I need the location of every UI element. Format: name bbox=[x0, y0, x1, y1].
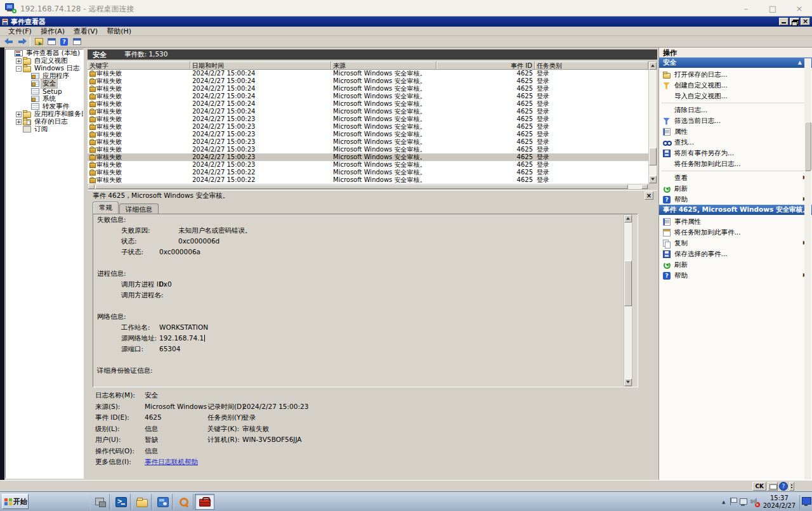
help-button[interactable]: ? bbox=[58, 37, 70, 47]
tree-item[interactable]: 安全 bbox=[6, 80, 83, 87]
column-header[interactable]: 关键字 bbox=[88, 61, 190, 69]
ime-mode-button[interactable]: CK bbox=[752, 482, 766, 491]
table-row[interactable]: 审核失败 2024/2/27 15:00:23 Microsoft Window… bbox=[88, 138, 648, 146]
language-options-button[interactable] bbox=[789, 482, 794, 491]
event-list-hscrollbar[interactable] bbox=[88, 184, 648, 190]
window-minimize-button[interactable] bbox=[779, 18, 789, 25]
volume-muted-icon[interactable]: × bbox=[750, 497, 759, 507]
table-row[interactable]: 审核失败 2024/2/27 15:00:22 Microsoft Window… bbox=[88, 169, 648, 176]
action-item[interactable]: 帮助 bbox=[659, 270, 812, 281]
column-header[interactable]: 任务类别 bbox=[535, 61, 648, 69]
rdp-minimize-button[interactable]: – bbox=[740, 4, 752, 13]
action-item[interactable]: 刷新 bbox=[659, 259, 812, 270]
cell-source: Microsoft Windows 安全审核。 bbox=[331, 146, 436, 153]
scroll-thumb[interactable] bbox=[624, 261, 632, 306]
window-close-button[interactable] bbox=[801, 18, 810, 25]
event-list-scrollbar[interactable] bbox=[648, 61, 657, 184]
action-item[interactable]: 属性 bbox=[659, 126, 812, 137]
menu-item[interactable]: 文件(F) bbox=[4, 27, 36, 36]
start-button[interactable]: 开始 bbox=[2, 494, 29, 509]
scroll-up-button[interactable] bbox=[649, 62, 657, 70]
tree-expand-toggle[interactable]: + bbox=[16, 112, 22, 117]
forward-button[interactable] bbox=[15, 37, 28, 47]
scroll-down-button[interactable] bbox=[624, 378, 632, 386]
column-header[interactable]: 来源 bbox=[331, 61, 436, 69]
action-item[interactable]: 导入自定义视图... bbox=[659, 91, 812, 101]
table-row[interactable]: 审核失败 2024/2/27 15:00:24 Microsoft Window… bbox=[88, 93, 648, 100]
scroll-left-button[interactable] bbox=[88, 184, 95, 189]
table-row[interactable]: 审核失败 2024/2/27 15:00:23 Microsoft Window… bbox=[88, 115, 648, 123]
tree-expand-toggle[interactable]: - bbox=[16, 66, 22, 72]
summary-value: Microsoft Windows 安全审 bbox=[145, 403, 207, 411]
table-row[interactable]: 审核失败 2024/2/27 15:00:24 Microsoft Window… bbox=[88, 100, 648, 108]
detail-tab[interactable]: 常规 bbox=[93, 202, 119, 214]
table-row[interactable]: 审核失败 2024/2/27 15:00:23 Microsoft Window… bbox=[88, 161, 648, 169]
window-restore-button[interactable] bbox=[790, 18, 799, 25]
menu-item[interactable]: 帮助(H) bbox=[102, 27, 136, 36]
hidden-icons-chevron[interactable]: ▲ bbox=[719, 498, 728, 507]
scroll-thumb[interactable] bbox=[649, 148, 657, 165]
action-item[interactable]: 事件属性 bbox=[659, 216, 812, 227]
action-item[interactable]: 筛选当前日志... bbox=[659, 115, 812, 126]
taskbar-explorer-button[interactable] bbox=[132, 494, 152, 510]
back-button[interactable] bbox=[3, 37, 15, 47]
table-row[interactable]: 审核失败 2024/2/27 15:00:24 Microsoft Window… bbox=[88, 77, 648, 85]
table-row[interactable]: 审核失败 2024/2/27 15:00:22 Microsoft Window… bbox=[88, 176, 648, 184]
taskbar-powershell-button[interactable] bbox=[111, 494, 131, 510]
network-icon[interactable] bbox=[739, 497, 749, 507]
table-row[interactable]: 审核失败 2024/2/27 15:00:24 Microsoft Window… bbox=[88, 70, 648, 77]
table-row[interactable]: 审核失败 2024/2/27 15:00:23 Microsoft Window… bbox=[88, 123, 648, 131]
export-list-button[interactable] bbox=[32, 37, 45, 47]
scroll-thumb[interactable] bbox=[804, 122, 811, 171]
action-item[interactable]: 查找... bbox=[659, 137, 812, 148]
table-row[interactable]: 审核失败 2024/2/27 15:00:24 Microsoft Window… bbox=[88, 108, 648, 115]
table-row[interactable]: 审核失败 2024/2/27 15:00:24 Microsoft Window… bbox=[88, 85, 648, 93]
hscroll-thumb[interactable] bbox=[95, 184, 628, 189]
rdp-maximize-button[interactable]: □ bbox=[766, 4, 779, 13]
action-item[interactable]: 将所有事件另存为... bbox=[659, 148, 812, 158]
table-row[interactable]: 审核失败 2024/2/27 15:00:23 Microsoft Window… bbox=[88, 146, 648, 153]
action-pane-toggle-button[interactable] bbox=[70, 37, 83, 47]
taskbar-search-button[interactable] bbox=[174, 494, 193, 510]
language-help-icon[interactable]: ? bbox=[779, 482, 788, 491]
taskbar-control-panel-button[interactable] bbox=[153, 494, 173, 510]
taskbar-server-manager-button[interactable] bbox=[90, 494, 110, 510]
action-item[interactable]: 查看 bbox=[659, 172, 812, 183]
tree-expand-toggle[interactable]: + bbox=[16, 58, 22, 64]
action-item[interactable]: 创建自定义视图... bbox=[659, 80, 812, 91]
action-item[interactable]: 打开保存的日志... bbox=[659, 69, 812, 80]
action-item[interactable]: 复制 bbox=[659, 238, 812, 249]
scroll-down-button[interactable] bbox=[649, 176, 657, 183]
detail-scrollbar[interactable] bbox=[624, 214, 632, 387]
scroll-up-button[interactable] bbox=[624, 215, 632, 223]
cell-datetime: 2024/2/27 15:00:24 bbox=[190, 108, 331, 115]
scroll-right-button[interactable] bbox=[641, 184, 648, 189]
rdp-close-button[interactable]: × bbox=[793, 4, 806, 13]
table-row[interactable]: 审核失败 2024/2/27 15:00:23 Microsoft Window… bbox=[88, 153, 648, 161]
menu-item[interactable]: 查看(V) bbox=[69, 27, 102, 36]
tree-expand-toggle[interactable]: + bbox=[16, 119, 22, 125]
menu-item[interactable]: 操作(A) bbox=[36, 27, 69, 36]
action-item[interactable]: 刷新 bbox=[659, 183, 812, 194]
action-item[interactable]: 帮助 bbox=[659, 194, 812, 205]
action-item[interactable]: 将任务附加到此事件... bbox=[659, 227, 812, 238]
action-item[interactable]: 将任务附加到此日志... bbox=[659, 158, 812, 169]
action-center-flag-icon[interactable] bbox=[728, 497, 738, 507]
action-item[interactable]: 保存选择的事件... bbox=[659, 249, 812, 259]
actions-section-security[interactable]: 安全 bbox=[659, 58, 812, 68]
column-header[interactable]: 日期和时间 bbox=[190, 61, 331, 69]
actions-scrollbar[interactable] bbox=[804, 58, 811, 479]
taskbar-clock[interactable]: 15:37 2024/2/27 bbox=[763, 495, 796, 510]
tree-item[interactable]: 订阅 bbox=[6, 126, 83, 133]
actions-section-event[interactable]: 事件 4625, Microsoft Windows 安全审核。 bbox=[659, 205, 812, 215]
taskbar-admin-tools-button[interactable] bbox=[195, 494, 214, 510]
action-item[interactable]: 清除日志... bbox=[659, 105, 812, 115]
keyboard-icon[interactable] bbox=[768, 482, 778, 491]
column-header[interactable]: 事件 ID bbox=[436, 61, 535, 69]
detail-tab[interactable]: 详细信息 bbox=[119, 204, 159, 214]
table-row[interactable]: 审核失败 2024/2/27 15:00:23 Microsoft Window… bbox=[88, 131, 648, 138]
console-tree-toggle-button[interactable] bbox=[45, 37, 58, 47]
event-detail-text[interactable]: 失败信息: 失败原因: 未知用户名或密码错误。 状态: 0xc000006d 子… bbox=[93, 214, 638, 387]
show-desktop-button[interactable] bbox=[799, 495, 812, 509]
detail-close-button[interactable]: × bbox=[645, 191, 653, 200]
